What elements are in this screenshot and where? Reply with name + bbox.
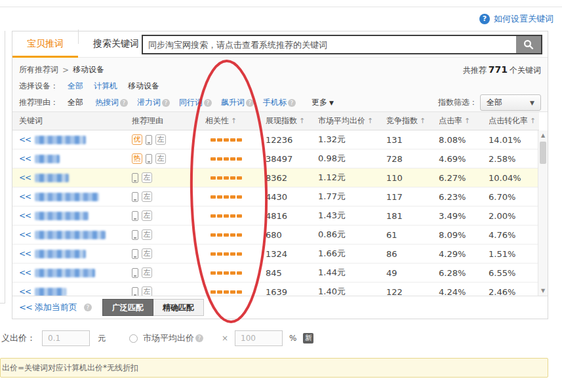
- question-icon: ?: [204, 99, 212, 107]
- add-keyword-button[interactable]: <<: [19, 230, 31, 239]
- keyword-blurred: [35, 231, 106, 239]
- relevance-cell: [197, 252, 258, 256]
- column-header[interactable]: 市场平均出价↑: [310, 115, 378, 127]
- new-badge: 新: [303, 333, 313, 343]
- table-row[interactable]: <<左83621.12元1106.27%10.04%: [12, 168, 539, 187]
- scroll-down-icon[interactable]: ▼: [538, 286, 548, 296]
- column-header[interactable]: 点击率↑: [431, 115, 481, 127]
- help-link[interactable]: ? 如何设置关键词: [479, 13, 553, 25]
- reason-option[interactable]: 同行词: [179, 97, 203, 108]
- add-keyword-button[interactable]: <<: [19, 211, 31, 220]
- keyword-blurred: [35, 212, 89, 220]
- table-row[interactable]: <<左44301.77元1176.23%6.70%: [12, 187, 539, 206]
- add-keyword-button[interactable]: <<: [19, 135, 31, 144]
- column-header-label: 展现指数: [266, 116, 297, 125]
- relevance-bar: [230, 214, 235, 218]
- column-header[interactable]: 点击转化率↑: [481, 115, 539, 127]
- table-row[interactable]: <<左16391.40元1224.24%2.46%: [12, 283, 539, 296]
- index-filter: 指数筛选： 全部 ▼: [438, 94, 541, 111]
- avg-price-cell: 1.77元: [310, 191, 378, 203]
- add-keyword-button[interactable]: <<: [19, 154, 31, 163]
- table-row[interactable]: <<左6800.86元618.09%4.76%: [12, 225, 539, 245]
- search-icon: [523, 39, 534, 50]
- search-input[interactable]: [143, 36, 516, 53]
- column-header-label: 点击率: [439, 116, 462, 125]
- cvr-cell: 1.51%: [481, 249, 539, 259]
- reason-option[interactable]: 全部: [68, 97, 83, 108]
- question-icon[interactable]: ?: [195, 334, 203, 342]
- vertical-scrollbar[interactable]: ▲ ▼: [538, 130, 548, 296]
- index-filter-dropdown[interactable]: 全部 ▼: [480, 94, 541, 111]
- breadcrumb-current: 移动设备: [73, 64, 104, 75]
- ctr-cell: 6.27%: [431, 173, 481, 183]
- tab-product-keywords[interactable]: 宝贝推词: [12, 31, 78, 58]
- relevance-bars: [211, 195, 258, 199]
- reason-badges-cell: 左: [124, 267, 197, 278]
- column-header[interactable]: 竞争指数↑: [378, 115, 431, 127]
- market-avg-price-radio[interactable]: [129, 334, 138, 343]
- relevance-bar: [224, 138, 229, 142]
- scroll-up-icon[interactable]: ▲: [538, 130, 548, 140]
- avg-price-cell: 1.40元: [310, 286, 378, 296]
- cvr-cell: 6.70%: [481, 192, 539, 202]
- add-keyword-button[interactable]: <<: [19, 249, 31, 258]
- market-avg-price-label: 市场平均出价: [143, 332, 194, 344]
- reason-option[interactable]: 热搜词: [95, 97, 119, 108]
- relevance-cell: [197, 233, 258, 237]
- column-header[interactable]: 展现指数↑: [258, 115, 310, 127]
- cvr-cell: 2.58%: [481, 154, 539, 164]
- question-icon[interactable]: ?: [84, 304, 92, 311]
- custom-bid-input[interactable]: [42, 330, 90, 346]
- add-current-page-button[interactable]: <<添加当前页: [19, 302, 77, 313]
- relevance-bars: [211, 138, 258, 142]
- exact-match-button[interactable]: 精确匹配: [153, 299, 204, 316]
- device-option[interactable]: 全部: [68, 81, 83, 92]
- table-row[interactable]: <<热左384970.98元7284.69%2.58%: [12, 149, 539, 168]
- reason-option[interactable]: 飙升词: [221, 97, 245, 108]
- relevance-bar: [211, 271, 216, 275]
- relevance-bar: [237, 176, 242, 180]
- device-filter-row: 选择设备： 全部计算机移动设备: [19, 78, 541, 94]
- top-divider: [0, 7, 562, 7]
- relevance-bar: [230, 157, 235, 161]
- breadcrumb-root[interactable]: 所有推荐词: [19, 64, 58, 75]
- sort-arrow-icon: ↑: [367, 117, 373, 125]
- percent-label: %: [289, 334, 296, 343]
- relevance-cell: [197, 214, 258, 218]
- match-type-toggle: 广泛匹配 精确匹配: [102, 299, 204, 316]
- cvr-cell: 2.00%: [481, 211, 539, 221]
- relevance-bars: [211, 290, 258, 294]
- ctr-cell: 6.23%: [431, 192, 481, 202]
- add-keyword-button[interactable]: <<: [19, 173, 31, 182]
- relevance-bar: [211, 252, 216, 256]
- device-option[interactable]: 移动设备: [128, 81, 159, 92]
- relevance-cell: [197, 176, 258, 180]
- reason-option[interactable]: 手机标: [263, 97, 287, 108]
- column-header-label: 关键词: [19, 116, 43, 125]
- impressions-cell: 4430: [258, 192, 310, 202]
- broad-match-button[interactable]: 广泛匹配: [102, 299, 153, 316]
- table-row[interactable]: <<优左122361.32元1318.08%14.01%: [12, 130, 539, 149]
- search-button[interactable]: [516, 36, 541, 53]
- column-header-label: 推荐理由: [132, 116, 163, 125]
- scrollbar-thumb[interactable]: [540, 142, 546, 164]
- add-keyword-button[interactable]: <<: [19, 268, 31, 277]
- sort-arrow-icon: ↑: [464, 117, 470, 125]
- table-row[interactable]: <<左13241.66元864.29%1.51%: [12, 245, 539, 264]
- competition-cell: 131: [378, 135, 431, 145]
- device-option[interactable]: 计算机: [94, 81, 117, 92]
- relevance-bar: [237, 195, 242, 199]
- reason-option[interactable]: 潜力词: [137, 97, 161, 108]
- column-header[interactable]: 相关性↑: [197, 115, 258, 127]
- table-header: 关键词推荐理由相关性↑展现指数↑市场平均出价↑竞争指数↑点击率↑点击转化率↑: [12, 112, 539, 130]
- table-row[interactable]: <<左48161.43元1813.49%2.00%: [12, 206, 539, 225]
- more-filters-button[interactable]: 更多▼: [311, 97, 334, 108]
- add-keyword-button[interactable]: <<: [19, 192, 31, 201]
- column-header-label: 市场平均出价: [318, 116, 365, 125]
- percent-input[interactable]: [235, 330, 283, 346]
- relevance-bar: [237, 233, 242, 237]
- total-count: 771: [489, 64, 508, 75]
- add-keyword-button[interactable]: <<: [19, 287, 31, 296]
- table-row[interactable]: <<左8451.44元496.28%6.55%: [12, 264, 539, 283]
- relevance-bar: [224, 214, 229, 218]
